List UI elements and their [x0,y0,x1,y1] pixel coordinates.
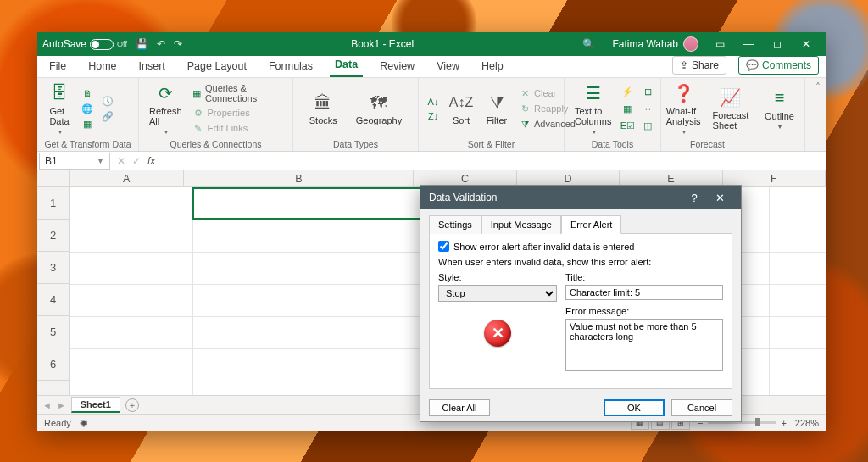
get-data-button[interactable]: 🗄 Get Data [44,81,75,137]
from-text-icon[interactable]: 🗎 [80,86,95,100]
cancel-entry-icon[interactable]: ✕ [117,155,125,167]
properties-button[interactable]: ⚙Properties [191,106,286,120]
fx-icon[interactable]: fx [147,155,155,167]
existing-conn-icon[interactable]: 🔗 [100,109,115,123]
row-head[interactable]: 6 [37,348,69,381]
zoom-level[interactable]: 228% [795,418,819,428]
geography-button[interactable]: 🗺 Geography [353,90,405,127]
reapply-button[interactable]: ↻Reapply [517,102,577,115]
row-head[interactable]: 4 [37,284,69,316]
filter-icon: ⧩ [485,92,509,114]
geography-icon: 🗺 [367,92,391,114]
checkbox-input[interactable] [438,241,449,252]
clear-filter-button[interactable]: ✕Clear [517,86,577,100]
add-sheet-button[interactable]: + [125,398,139,412]
autosave-toggle[interactable]: AutoSave Off [42,38,127,50]
data-validation-icon[interactable]: E☑ [620,119,635,132]
enter-entry-icon[interactable]: ✓ [132,155,141,167]
stocks-icon: 🏛 [311,92,335,114]
ribbon-tabs: File Home Insert Page Layout Formulas Da… [37,56,826,78]
sheet-nav-prev-icon[interactable]: ◄ [42,400,52,410]
style-select[interactable]: Stop [438,285,557,302]
comment-icon: 💬 [746,59,759,71]
name-box[interactable]: B1 ▼ [39,153,110,170]
sheet-tab-sheet1[interactable]: Sheet1 [71,397,120,413]
col-head-b[interactable]: B [184,170,414,186]
col-head-a[interactable]: A [70,170,184,186]
from-web-icon[interactable]: 🌐 [80,102,95,115]
row-head[interactable]: 3 [37,252,69,284]
help-button[interactable]: ? [682,192,707,204]
macro-record-icon[interactable]: ◉ [80,417,88,428]
from-table-icon[interactable]: ▦ [80,117,95,131]
close-button[interactable]: ✕ [792,32,821,56]
forecast-sheet-button[interactable]: 📈 Forecast Sheet [709,85,753,132]
comments-button[interactable]: 💬 Comments [738,56,819,75]
selected-cell-b1[interactable] [192,187,438,220]
dialog-titlebar[interactable]: Data Validation ? ✕ [420,186,741,209]
tab-file[interactable]: File [44,57,71,77]
minimize-button[interactable]: — [734,32,763,56]
queries-connections-button[interactable]: ▦Queries & Connections [191,82,286,104]
tab-review[interactable]: Review [375,57,420,77]
remove-duplicates-icon[interactable]: ▦ [620,102,635,115]
filter-button[interactable]: ⧩ Filter [481,90,512,127]
dialog-subtitle: When user enters invalid data, show this… [438,257,723,267]
row-head[interactable]: 5 [37,316,69,348]
row-head[interactable]: 2 [37,220,69,252]
tab-insert[interactable]: Insert [134,57,170,77]
title-label: Title: [565,272,723,282]
outline-button[interactable]: ≡ Outline [761,86,798,132]
undo-icon[interactable]: ↶ [157,38,165,50]
relationships-icon[interactable]: ↔ [640,102,655,115]
redo-icon[interactable]: ↷ [174,38,182,50]
show-error-checkbox[interactable]: Show error alert after invalid data is e… [438,241,723,252]
dialog-tab-error-alert[interactable]: Error Alert [561,215,622,234]
text-to-columns-button[interactable]: ☰ Text to Columns [571,81,615,137]
refresh-all-button[interactable]: ⟳ Refresh All [146,81,186,137]
dialog-button-row: Clear All OK Cancel [420,394,741,421]
edit-links-button[interactable]: ✎Edit Links [191,121,286,135]
maximize-button[interactable]: ◻ [763,32,792,56]
tab-view[interactable]: View [431,57,465,77]
chevron-down-icon[interactable]: ▼ [97,157,104,165]
ribbon: 🗄 Get Data 🗎 🌐 ▦ 🕓 🔗 Get & Transform Dat… [37,78,826,152]
group-label: Data Tools [571,137,654,151]
row-head[interactable]: 1 [37,187,69,220]
tab-formulas[interactable]: Formulas [264,57,318,77]
zoom-in-icon[interactable]: + [781,418,786,428]
tab-help[interactable]: Help [476,57,509,77]
sort-button[interactable]: A↕Z Sort [446,90,476,127]
recent-sources-icon[interactable]: 🕓 [100,94,115,108]
select-all-triangle[interactable] [37,170,70,187]
data-model-icon[interactable]: ◫ [640,119,655,132]
dialog-tab-input-message[interactable]: Input Message [481,215,561,234]
ok-button[interactable]: OK [604,399,665,416]
cancel-button[interactable]: Cancel [671,399,732,416]
error-message-textarea[interactable]: Value must not be more than 5 characters… [565,319,723,371]
clear-all-button[interactable]: Clear All [429,399,490,416]
sort-za-icon[interactable]: Z↓ [426,109,441,123]
consolidate-icon[interactable]: ⊞ [640,85,655,98]
collapse-ribbon-icon[interactable]: ˄ [805,78,826,151]
save-icon[interactable]: 💾 [136,38,148,50]
tab-home[interactable]: Home [83,57,121,77]
tab-data[interactable]: Data [330,55,363,77]
group-label: Queries & Connections [146,137,286,151]
what-if-button[interactable]: ❓ What-If Analysis [663,81,704,137]
user-account[interactable]: Fatima Wahab [612,36,698,52]
stocks-button[interactable]: 🏛 Stocks [306,90,341,127]
avatar [683,36,698,52]
dialog-tab-settings[interactable]: Settings [429,215,481,234]
sheet-nav-next-icon[interactable]: ► [57,400,66,410]
search-icon[interactable]: 🔍 [582,38,595,50]
style-label: Style: [438,272,557,282]
ribbon-options-icon[interactable]: ▭ [705,32,734,56]
sort-az-icon[interactable]: A↓ [426,95,441,109]
tab-page-layout[interactable]: Page Layout [182,57,252,77]
close-icon[interactable]: ✕ [707,192,732,204]
flash-fill-icon[interactable]: ⚡ [620,85,635,98]
share-button[interactable]: ⇪ Share [672,56,726,75]
toggle-off-icon[interactable] [90,39,114,50]
title-input[interactable] [565,285,723,300]
